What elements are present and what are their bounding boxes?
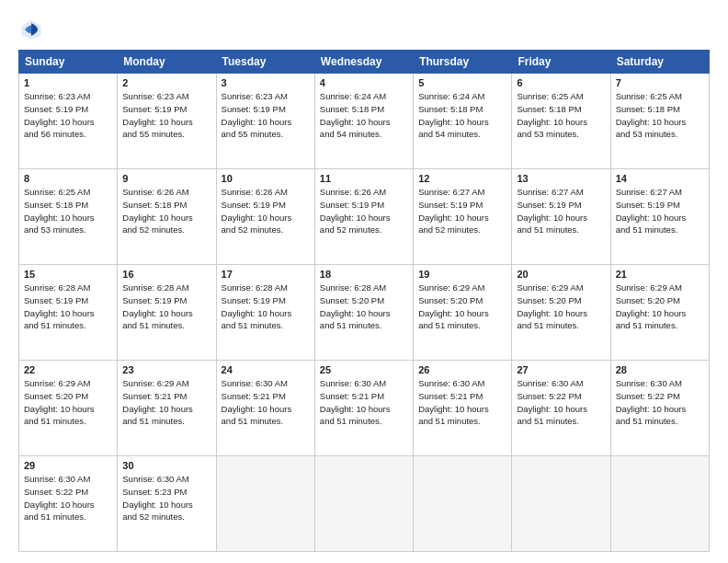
day-info: Sunrise: 6:30 AM Sunset: 5:23 PM Dayligh…	[122, 473, 210, 523]
day-info: Sunrise: 6:27 AM Sunset: 5:19 PM Dayligh…	[418, 186, 506, 236]
calendar-cell: 12Sunrise: 6:27 AM Sunset: 5:19 PM Dayli…	[414, 169, 512, 265]
day-number: 28	[616, 364, 704, 375]
calendar-cell: 30Sunrise: 6:30 AM Sunset: 5:23 PM Dayli…	[118, 456, 216, 552]
calendar-cell: 10Sunrise: 6:26 AM Sunset: 5:19 PM Dayli…	[216, 169, 314, 265]
day-info: Sunrise: 6:25 AM Sunset: 5:18 PM Dayligh…	[616, 90, 704, 141]
calendar-cell: 7Sunrise: 6:25 AM Sunset: 5:18 PM Daylig…	[610, 74, 709, 169]
calendar-cell	[610, 456, 709, 552]
calendar-cell: 2Sunrise: 6:23 AM Sunset: 5:19 PM Daylig…	[118, 74, 216, 169]
day-number: 1	[24, 77, 112, 88]
day-number: 8	[24, 173, 112, 184]
calendar-cell: 29Sunrise: 6:30 AM Sunset: 5:22 PM Dayli…	[19, 456, 118, 552]
day-number: 17	[222, 269, 310, 280]
day-number: 6	[517, 77, 605, 88]
day-info: Sunrise: 6:29 AM Sunset: 5:21 PM Dayligh…	[122, 377, 210, 428]
header	[18, 17, 710, 42]
calendar-cell: 15Sunrise: 6:28 AM Sunset: 5:19 PM Dayli…	[19, 265, 118, 361]
calendar-cell: 24Sunrise: 6:30 AM Sunset: 5:21 PM Dayli…	[216, 361, 314, 456]
weekday-sunday: Sunday	[19, 51, 118, 74]
day-number: 20	[517, 269, 605, 280]
day-number: 18	[320, 269, 408, 280]
calendar-cell: 27Sunrise: 6:30 AM Sunset: 5:22 PM Dayli…	[512, 361, 610, 456]
week-row-3: 15Sunrise: 6:28 AM Sunset: 5:19 PM Dayli…	[19, 265, 710, 361]
day-number: 2	[122, 77, 210, 88]
day-number: 24	[222, 364, 310, 375]
day-info: Sunrise: 6:24 AM Sunset: 5:18 PM Dayligh…	[320, 90, 408, 141]
day-number: 3	[222, 77, 310, 88]
day-info: Sunrise: 6:30 AM Sunset: 5:22 PM Dayligh…	[24, 473, 112, 523]
calendar-cell: 18Sunrise: 6:28 AM Sunset: 5:20 PM Dayli…	[314, 265, 413, 361]
week-row-4: 22Sunrise: 6:29 AM Sunset: 5:20 PM Dayli…	[19, 361, 710, 456]
day-info: Sunrise: 6:24 AM Sunset: 5:18 PM Dayligh…	[418, 90, 506, 141]
day-number: 11	[320, 173, 408, 184]
day-info: Sunrise: 6:28 AM Sunset: 5:19 PM Dayligh…	[222, 282, 310, 332]
logo-icon	[18, 17, 44, 42]
day-info: Sunrise: 6:29 AM Sunset: 5:20 PM Dayligh…	[418, 282, 506, 332]
calendar-cell: 3Sunrise: 6:23 AM Sunset: 5:19 PM Daylig…	[216, 74, 314, 169]
day-number: 16	[122, 269, 210, 280]
calendar-cell: 25Sunrise: 6:30 AM Sunset: 5:21 PM Dayli…	[314, 361, 413, 456]
calendar-cell: 11Sunrise: 6:26 AM Sunset: 5:19 PM Dayli…	[314, 169, 413, 265]
day-info: Sunrise: 6:30 AM Sunset: 5:21 PM Dayligh…	[320, 377, 408, 428]
day-info: Sunrise: 6:30 AM Sunset: 5:21 PM Dayligh…	[418, 377, 506, 428]
calendar-cell: 13Sunrise: 6:27 AM Sunset: 5:19 PM Dayli…	[512, 169, 610, 265]
calendar-cell: 19Sunrise: 6:29 AM Sunset: 5:20 PM Dayli…	[414, 265, 512, 361]
day-info: Sunrise: 6:29 AM Sunset: 5:20 PM Dayligh…	[24, 377, 112, 428]
page: SundayMondayTuesdayWednesdayThursdayFrid…	[0, 0, 728, 563]
day-info: Sunrise: 6:28 AM Sunset: 5:19 PM Dayligh…	[24, 282, 112, 332]
day-info: Sunrise: 6:27 AM Sunset: 5:19 PM Dayligh…	[616, 186, 704, 236]
day-number: 15	[24, 269, 112, 280]
weekday-monday: Monday	[118, 51, 216, 74]
calendar-cell: 5Sunrise: 6:24 AM Sunset: 5:18 PM Daylig…	[414, 74, 512, 169]
calendar-cell: 1Sunrise: 6:23 AM Sunset: 5:19 PM Daylig…	[19, 74, 118, 169]
day-number: 19	[418, 269, 506, 280]
calendar-cell: 26Sunrise: 6:30 AM Sunset: 5:21 PM Dayli…	[414, 361, 512, 456]
calendar-cell	[216, 456, 314, 552]
day-info: Sunrise: 6:27 AM Sunset: 5:19 PM Dayligh…	[517, 186, 605, 236]
week-row-2: 8Sunrise: 6:25 AM Sunset: 5:18 PM Daylig…	[19, 169, 710, 265]
weekday-saturday: Saturday	[610, 51, 709, 74]
calendar-cell: 23Sunrise: 6:29 AM Sunset: 5:21 PM Dayli…	[118, 361, 216, 456]
logo	[18, 17, 48, 42]
day-info: Sunrise: 6:25 AM Sunset: 5:18 PM Dayligh…	[517, 90, 605, 141]
week-row-5: 29Sunrise: 6:30 AM Sunset: 5:22 PM Dayli…	[19, 456, 710, 552]
day-info: Sunrise: 6:23 AM Sunset: 5:19 PM Dayligh…	[222, 90, 310, 141]
day-number: 27	[517, 364, 605, 375]
weekday-friday: Friday	[512, 51, 610, 74]
day-info: Sunrise: 6:29 AM Sunset: 5:20 PM Dayligh…	[517, 282, 605, 332]
calendar-cell: 22Sunrise: 6:29 AM Sunset: 5:20 PM Dayli…	[19, 361, 118, 456]
day-number: 29	[24, 460, 112, 471]
weekday-thursday: Thursday	[414, 51, 512, 74]
calendar-cell	[512, 456, 610, 552]
day-info: Sunrise: 6:30 AM Sunset: 5:22 PM Dayligh…	[616, 377, 704, 428]
calendar-cell: 28Sunrise: 6:30 AM Sunset: 5:22 PM Dayli…	[610, 361, 709, 456]
calendar-cell: 20Sunrise: 6:29 AM Sunset: 5:20 PM Dayli…	[512, 265, 610, 361]
day-info: Sunrise: 6:23 AM Sunset: 5:19 PM Dayligh…	[24, 90, 112, 141]
calendar-cell	[414, 456, 512, 552]
calendar-cell: 4Sunrise: 6:24 AM Sunset: 5:18 PM Daylig…	[314, 74, 413, 169]
day-info: Sunrise: 6:23 AM Sunset: 5:19 PM Dayligh…	[122, 90, 210, 141]
day-info: Sunrise: 6:29 AM Sunset: 5:20 PM Dayligh…	[616, 282, 704, 332]
day-number: 30	[122, 460, 210, 471]
calendar-cell: 21Sunrise: 6:29 AM Sunset: 5:20 PM Dayli…	[610, 265, 709, 361]
day-number: 9	[122, 173, 210, 184]
day-number: 22	[24, 364, 112, 375]
day-info: Sunrise: 6:26 AM Sunset: 5:19 PM Dayligh…	[320, 186, 408, 236]
day-number: 13	[517, 173, 605, 184]
calendar-cell: 9Sunrise: 6:26 AM Sunset: 5:18 PM Daylig…	[118, 169, 216, 265]
weekday-tuesday: Tuesday	[216, 51, 314, 74]
day-number: 21	[616, 269, 704, 280]
day-info: Sunrise: 6:28 AM Sunset: 5:19 PM Dayligh…	[122, 282, 210, 332]
day-number: 23	[122, 364, 210, 375]
day-number: 25	[320, 364, 408, 375]
day-number: 4	[320, 77, 408, 88]
day-number: 5	[418, 77, 506, 88]
day-info: Sunrise: 6:26 AM Sunset: 5:19 PM Dayligh…	[222, 186, 310, 236]
calendar-cell: 17Sunrise: 6:28 AM Sunset: 5:19 PM Dayli…	[216, 265, 314, 361]
day-number: 7	[616, 77, 704, 88]
day-info: Sunrise: 6:30 AM Sunset: 5:21 PM Dayligh…	[222, 377, 310, 428]
weekday-wednesday: Wednesday	[314, 51, 413, 74]
calendar-cell: 14Sunrise: 6:27 AM Sunset: 5:19 PM Dayli…	[610, 169, 709, 265]
day-number: 10	[222, 173, 310, 184]
calendar-table: SundayMondayTuesdayWednesdayThursdayFrid…	[18, 50, 710, 552]
